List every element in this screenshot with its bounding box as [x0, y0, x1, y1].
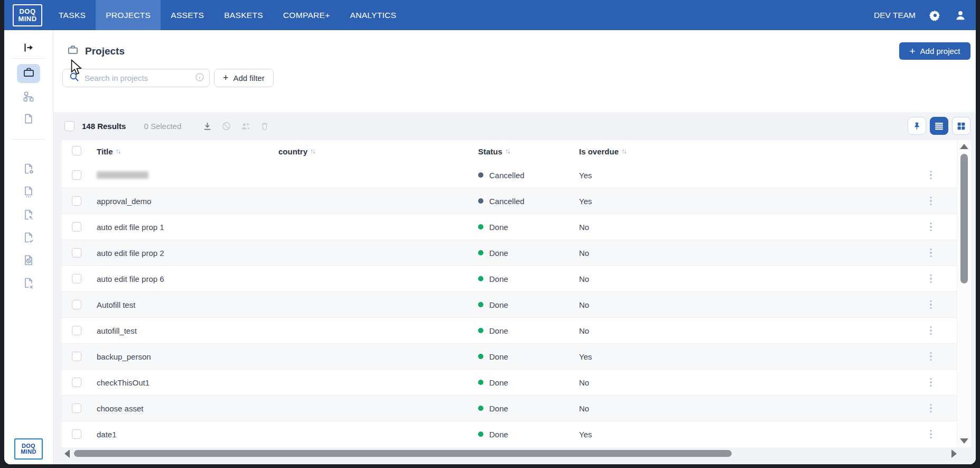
row-checkbox[interactable] — [72, 352, 81, 361]
search-input[interactable] — [83, 73, 191, 83]
sort-icon[interactable]: ↑↓ — [310, 148, 315, 155]
nav-item-tasks[interactable]: TASKS — [49, 0, 96, 30]
footer-logo-line2: MIND — [21, 449, 36, 455]
row-overdue: No — [579, 292, 589, 317]
info-icon[interactable] — [195, 72, 204, 84]
block-icon[interactable] — [221, 121, 231, 131]
table-row[interactable]: auto edit file prop 1 Done No — [62, 214, 957, 240]
sidebar-item-document-dots[interactable] — [22, 186, 35, 198]
row-title-redacted — [97, 171, 148, 179]
sidebar-item-document-approve[interactable] — [22, 231, 35, 244]
row-checkbox[interactable] — [72, 274, 81, 283]
row-title: date1 — [97, 421, 117, 447]
row-overdue: Yes — [579, 421, 592, 447]
sidebar-item-documents[interactable] — [23, 113, 35, 125]
scroll-right-arrow-icon[interactable] — [951, 449, 957, 458]
grid-view-icon[interactable] — [952, 117, 970, 135]
horizontal-scrollbar-thumb[interactable] — [74, 450, 732, 457]
add-project-button[interactable]: + Add project — [899, 42, 970, 60]
table-row[interactable]: autofill_test Done No — [62, 317, 957, 343]
column-header-overdue[interactable]: Is overdue↑↓ — [579, 140, 626, 162]
nav-item-projects[interactable]: PROJECTS — [96, 0, 161, 30]
table-row[interactable]: Cancelled Yes — [62, 162, 957, 188]
row-title: autofill_test — [97, 318, 137, 343]
add-filter-label: Add filter — [234, 74, 265, 82]
row-menu-icon[interactable] — [928, 351, 934, 362]
add-filter-button[interactable]: + Add filter — [214, 69, 274, 87]
page-header: Projects — [67, 44, 125, 58]
column-header-status[interactable]: Status↑↓ — [478, 140, 509, 162]
sidebar-item-document-blocked[interactable] — [22, 254, 35, 267]
row-menu-icon[interactable] — [928, 325, 934, 336]
nav-item-compare[interactable]: COMPARE+ — [273, 0, 340, 30]
selected-count: 0 Selected — [144, 122, 181, 131]
table-row[interactable]: backup_person Done Yes — [62, 343, 957, 369]
gear-icon[interactable] — [929, 10, 941, 21]
table-row[interactable]: choose asset Done No — [62, 395, 957, 421]
table-row[interactable]: auto edit file prop 2 Done No — [62, 240, 957, 265]
sidebar-item-projects[interactable] — [17, 64, 40, 83]
team-label[interactable]: DEV TEAM — [874, 11, 916, 20]
table-row[interactable]: date1 Done Yes — [62, 421, 957, 447]
user-icon[interactable] — [955, 10, 966, 21]
sidebar-item-document-reject[interactable] — [22, 277, 35, 289]
app-logo[interactable]: DOQ MIND — [13, 4, 42, 26]
row-checkbox[interactable] — [72, 403, 81, 413]
row-checkbox[interactable] — [72, 429, 81, 439]
row-title: Autofill test — [97, 292, 135, 317]
row-checkbox[interactable] — [72, 300, 81, 309]
table-row[interactable]: auto edit file prop 6 Done No — [62, 265, 957, 291]
column-label: Title — [97, 147, 113, 156]
row-checkbox[interactable] — [72, 222, 81, 232]
list-view-icon[interactable] — [930, 117, 948, 135]
row-menu-icon[interactable] — [928, 247, 934, 259]
table-row[interactable]: approval_demo Cancelled Yes — [62, 188, 957, 214]
nav-item-analytics[interactable]: ANALYTICS — [340, 0, 407, 30]
row-menu-icon[interactable] — [928, 221, 934, 233]
delete-icon[interactable] — [260, 121, 269, 131]
scroll-left-arrow-icon[interactable] — [64, 449, 70, 458]
row-checkbox[interactable] — [72, 378, 81, 387]
row-menu-icon[interactable] — [928, 195, 934, 207]
row-status: Done — [478, 214, 508, 240]
sidebar-item-workflow[interactable] — [23, 90, 35, 103]
column-header-country[interactable]: country↑↓ — [278, 140, 315, 162]
scroll-down-arrow-icon[interactable] — [960, 438, 968, 444]
row-menu-icon[interactable] — [928, 273, 934, 285]
sort-icon[interactable]: ↑↓ — [621, 148, 626, 155]
row-checkbox[interactable] — [72, 196, 81, 206]
nav-item-baskets[interactable]: BASKETS — [214, 0, 273, 30]
row-status: Cancelled — [478, 162, 525, 188]
row-menu-icon[interactable] — [928, 402, 934, 414]
row-overdue: Yes — [579, 162, 592, 188]
horizontal-scrollbar[interactable] — [61, 448, 959, 459]
add-project-label: Add project — [920, 47, 960, 56]
table-row[interactable]: checkThisOut1 Done No — [62, 369, 957, 395]
row-checkbox[interactable] — [72, 170, 81, 180]
sidebar-expand-icon[interactable] — [22, 41, 35, 54]
table-row[interactable]: Autofill test Done No — [62, 291, 957, 317]
select-all-checkbox[interactable] — [64, 121, 74, 131]
briefcase-icon — [22, 66, 35, 81]
row-menu-icon[interactable] — [928, 377, 934, 388]
pin-icon[interactable] — [908, 117, 926, 135]
nav-item-assets[interactable]: ASSETS — [161, 0, 214, 30]
row-overdue: No — [579, 396, 589, 421]
assign-users-icon[interactable] — [240, 121, 251, 131]
scroll-up-arrow-icon[interactable] — [960, 144, 968, 149]
sidebar-item-document-import[interactable] — [22, 208, 35, 221]
column-header-title[interactable]: Title↑↓ — [97, 140, 120, 162]
row-menu-icon[interactable] — [928, 299, 934, 310]
row-menu-icon[interactable] — [928, 428, 934, 440]
download-icon[interactable] — [202, 121, 212, 131]
row-menu-icon[interactable] — [928, 169, 934, 181]
sidebar-divider — [12, 139, 45, 140]
vertical-scrollbar[interactable] — [957, 140, 971, 447]
sort-icon[interactable]: ↑↓ — [116, 148, 120, 155]
sort-icon[interactable]: ↑↓ — [505, 148, 510, 155]
vertical-scrollbar-thumb[interactable] — [960, 154, 968, 283]
sidebar-item-document-settings[interactable] — [22, 162, 35, 175]
header-checkbox[interactable] — [72, 146, 81, 155]
row-checkbox[interactable] — [72, 248, 81, 258]
row-checkbox[interactable] — [72, 326, 81, 335]
